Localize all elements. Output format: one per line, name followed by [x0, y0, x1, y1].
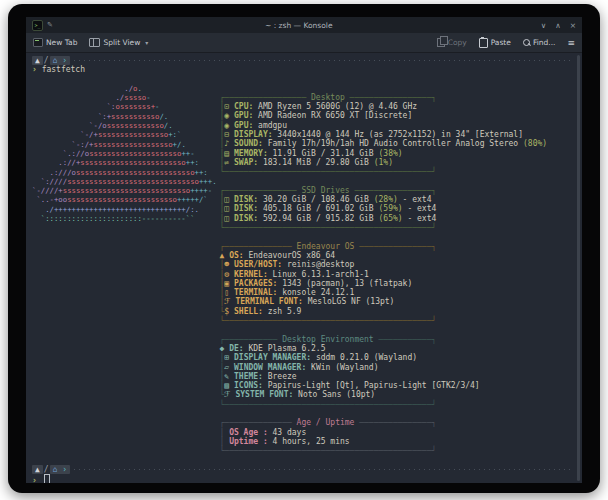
- prompt-os-segment: ▲: [32, 465, 43, 474]
- info-row: │◉ GPU: amdgpu: [220, 121, 548, 130]
- konsole-app-icon[interactable]: >_: [32, 20, 43, 31]
- new-tab-label: New Tab: [46, 38, 77, 47]
- info-row: │✎ THEME: Breeze: [220, 372, 548, 381]
- minimize-button[interactable]: ∨: [541, 21, 547, 30]
- prompt-dir-segment: ⌂ ›: [50, 465, 70, 474]
- info-label: CPU:: [234, 102, 258, 111]
- info-row: └ℱ SYSTEM FONT: Noto Sans (10pt): [220, 390, 548, 399]
- info-value: amdgpu: [258, 121, 287, 130]
- new-tab-button[interactable]: New Tab: [33, 38, 77, 47]
- hamburger-icon: ≡: [567, 38, 575, 48]
- info-row: │♪ SOUND: Family 17h/19h/1ah HD Audio Co…: [220, 139, 548, 148]
- ascii-logo-line: ./sssso-: [32, 93, 217, 102]
- endeavouros-triangle-icon: ▲: [35, 465, 40, 474]
- close-button[interactable]: ×: [570, 21, 576, 30]
- ascii-logo-line: `-/+ssssssssssssssso+:`: [32, 130, 217, 139]
- maximize-button[interactable]: ∧: [555, 21, 561, 30]
- copy-icon: [437, 38, 445, 47]
- section-title-border: ┌─────────────── SSD Drives ────────────…: [220, 186, 548, 195]
- info-label: MEMORY:: [234, 149, 273, 158]
- prompt-bar: ▲ / ⌂ ›: [32, 56, 572, 65]
- split-view-button[interactable]: Split View ▾: [89, 38, 148, 47]
- info-value: Family 17h/19h/1ah HD Audio Controller A…: [268, 139, 523, 148]
- pencil-icon: ✎: [47, 21, 53, 29]
- info-value: (38%): [379, 149, 403, 158]
- info-value: zsh 5.9: [268, 307, 302, 316]
- info-label: SHELL:: [234, 307, 268, 316]
- section-bottom-border: └───────────────────────────────────────…: [220, 446, 548, 455]
- gpu-icon: ◉: [224, 121, 234, 130]
- info-value: 3440x1440 @ 144 Hz (as 2752x1152) in 34"…: [277, 130, 523, 139]
- titlebar[interactable]: >_ ✎ ~ : zsh — Konsole ∨ ∧ ×: [26, 17, 582, 33]
- paste-button[interactable]: Paste: [479, 38, 511, 48]
- terminal-view[interactable]: ▲ / ⌂ › › fastfetch ./o. ./sssso- `:osss…: [26, 53, 582, 483]
- home-icon: ⌂: [53, 56, 58, 65]
- info-label: DE:: [229, 344, 248, 353]
- split-view-label: Split View: [103, 38, 140, 47]
- info-row: │⊟ DISPLAY: 3440x1440 @ 144 Hz (as 2752x…: [220, 130, 548, 139]
- paste-label: Paste: [491, 38, 511, 47]
- prompt-char: ›: [32, 476, 37, 483]
- section-title-border: ┌────────────── Age / Uptime ───────────…: [220, 418, 548, 427]
- window-title: ~ : zsh — Konsole: [57, 21, 541, 30]
- info-label: ICONS:: [234, 381, 268, 390]
- info-value: Noto Sans (10pt): [298, 390, 375, 399]
- info-value: Breeze: [268, 372, 297, 381]
- display-manager-icon: ⊞: [224, 353, 234, 362]
- info-label: TERMINAL:: [234, 288, 282, 297]
- info-section-ssd-drives: ┌─────────────── SSD Drives ────────────…: [220, 186, 548, 232]
- info-value: konsole 24.12.1: [282, 288, 354, 297]
- info-row: └$ SHELL: zsh 5.9: [220, 307, 548, 316]
- info-section-age-uptime: ┌────────────── Age / Uptime ───────────…: [220, 418, 548, 455]
- os-icon: ▲: [220, 251, 230, 260]
- hamburger-menu-button[interactable]: ≡: [567, 38, 575, 48]
- info-value: 183.14 MiB / 29.80 GiB: [263, 158, 374, 167]
- info-row: │▣ PACKAGES: 1343 (pacman), 13 (flatpak): [220, 279, 548, 288]
- section-title-border: ┌───────────────── Desktop ─────────────…: [220, 93, 548, 102]
- prompt-filler-dots: [74, 56, 572, 65]
- info-value: Papirus-Light [Qt], Papirus-Light [GTK2/…: [268, 381, 480, 390]
- kernel-icon: ⚙: [224, 270, 234, 279]
- info-row: │ℱ TERMINAL FONT: MesloLGS NF (13pt): [220, 297, 548, 306]
- system-font-icon: ℱ: [224, 390, 235, 399]
- section-title: Desktop Environment: [282, 335, 374, 344]
- info-row: │⊞ DISPLAY MANAGER: sddm 0.21.0 (Wayland…: [220, 353, 548, 362]
- split-view-icon: [89, 38, 100, 47]
- section-title-border: ┌─────────── Desktop Environment ───────…: [220, 335, 548, 344]
- info-label: PACKAGES:: [234, 279, 282, 288]
- info-label: OS:: [229, 251, 248, 260]
- user-icon: ☻: [224, 260, 234, 269]
- info-value: (1%): [374, 158, 393, 167]
- path-separator: /: [43, 465, 50, 474]
- info-row: ◆ DE: KDE Plasma 6.2.5: [220, 344, 548, 353]
- endeavouros-ascii-logo: ./o. ./sssso- `:osssssss+- `:+ssssssssss…: [32, 84, 217, 465]
- arrow-icon: ›: [62, 56, 67, 65]
- paste-icon: [479, 38, 488, 48]
- info-label: DISPLAY MANAGER:: [234, 353, 316, 362]
- info-value: (65%): [379, 214, 403, 223]
- terminal-scrollbar[interactable]: [577, 55, 580, 481]
- info-row: │ OS Age : 43 days: [220, 428, 548, 437]
- info-value: sddm 0.21.0 (Wayland): [316, 353, 417, 362]
- info-label: DISK:: [234, 214, 263, 223]
- copy-button[interactable]: Copy: [437, 38, 467, 47]
- section-title: SSD Drives: [301, 186, 349, 195]
- find-button[interactable]: Find...: [523, 38, 556, 47]
- path-separator: /: [43, 56, 50, 65]
- ascii-logo-line: `:////ssssssssssssssssssssssssssssso+++.: [32, 177, 217, 186]
- prompt-char: ›: [32, 65, 37, 74]
- ascii-logo-line: .://+ssssssssssssssssssssssso++:: [32, 158, 217, 167]
- prompt-dir-segment: ⌂ ›: [50, 56, 70, 65]
- konsole-window: >_ ✎ ~ : zsh — Konsole ∨ ∧ × New Tab Spl…: [8, 4, 600, 493]
- info-row: │⚙ KERNEL: Linux 6.13.1-arch1-1: [220, 270, 548, 279]
- info-value: (28%): [374, 195, 398, 204]
- de-icon: ◆: [220, 344, 230, 353]
- info-label: DISK:: [234, 204, 263, 213]
- new-tab-icon: [33, 38, 43, 47]
- info-label: DISPLAY:: [234, 130, 277, 139]
- disk-icon: ◫: [224, 204, 234, 213]
- arrow-icon: ›: [62, 465, 67, 474]
- terminal-font-icon: ℱ: [224, 297, 235, 306]
- ascii-logo-line: ./++++++++++++++++++++++++++++++/:.: [32, 205, 217, 214]
- info-row: │◉ GPU: AMD Radeon RX 6650 XT [Discrete]: [220, 111, 548, 120]
